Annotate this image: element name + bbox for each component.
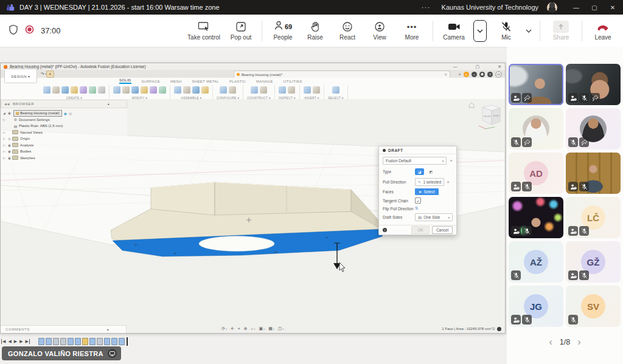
tool-icon[interactable] <box>61 86 69 94</box>
shield-icon[interactable] <box>9 24 18 38</box>
redo-icon[interactable]: ↷▾ <box>41 72 46 77</box>
close-button[interactable]: ✕ <box>604 0 622 15</box>
raise-hand-button[interactable]: Raise <box>301 16 329 46</box>
tool-icon[interactable] <box>141 86 148 94</box>
timeline-feature-icon[interactable] <box>53 338 59 345</box>
help-icon[interactable]: ? <box>487 72 493 77</box>
timeline-feature-icon[interactable] <box>82 338 88 345</box>
participant-video-3[interactable]: ! <box>566 153 621 194</box>
participant-SV[interactable]: SV <box>566 286 621 327</box>
participant-LC[interactable]: LČ ! <box>566 197 621 238</box>
page-next-icon[interactable]: › <box>577 337 580 347</box>
timeline-feature-icon[interactable] <box>46 338 52 345</box>
participant-photo-2[interactable] <box>566 108 621 149</box>
timeline-playback-icon[interactable]: ◀ <box>1 339 5 344</box>
cancel-button[interactable]: Cancel <box>432 226 453 234</box>
grid-settings-icon[interactable]: ▦▾ <box>268 326 274 331</box>
timeline-playback-icon[interactable]: ◀ <box>8 339 11 344</box>
document-tab[interactable]: Bearing Housing (metal)* ✕ <box>234 70 450 78</box>
ribbon-tab-sheet-metal[interactable]: SHEET METAL <box>192 80 219 83</box>
tool-icon[interactable] <box>159 86 166 94</box>
tool-icon[interactable] <box>71 86 78 94</box>
fusion-close-button[interactable]: ✕ <box>498 64 501 69</box>
tool-icon[interactable] <box>304 86 311 94</box>
timeline-feature-icon[interactable] <box>38 338 44 345</box>
sync-icon[interactable]: ◉ <box>64 111 67 115</box>
viewports-icon[interactable]: ◫▾ <box>278 326 284 331</box>
faces-select-button[interactable]: ➤Select <box>415 188 439 195</box>
display-settings-icon[interactable]: ▣▾ <box>259 326 265 331</box>
tool-icon[interactable] <box>192 86 200 94</box>
participant-AZ[interactable]: AŽ <box>509 241 563 283</box>
participant-video-1[interactable]: ! <box>509 64 563 105</box>
flip-direction-icon[interactable]: ⇅ <box>415 206 419 211</box>
clear-selection-icon[interactable]: ✕ <box>447 180 450 184</box>
participant-JG[interactable]: JG ! <box>509 286 563 327</box>
visibility-eye-icon[interactable]: ◉ <box>7 156 12 160</box>
profile-icon[interactable]: • <box>472 72 477 77</box>
timeline-feature-icon[interactable] <box>75 338 81 345</box>
tool-icon[interactable] <box>251 86 258 94</box>
tangent-chain-checkbox[interactable]: ✓ <box>415 197 421 204</box>
comments-bar[interactable]: COMMENTS ● <box>1 325 127 333</box>
browser-root-item[interactable]: ◢◉ Bearing Housing (metal) ◉◎ <box>2 110 127 117</box>
tool-icon[interactable] <box>260 86 267 94</box>
participant-photo-1[interactable] <box>509 108 563 149</box>
preset-dropdown[interactable]: Fusion Default▾ <box>383 157 447 165</box>
dialog-info-icon[interactable]: i <box>383 228 387 232</box>
feedback-icon[interactable] <box>497 327 501 331</box>
notifications-bell-icon[interactable] <box>479 72 485 77</box>
timeline-feature-icon[interactable] <box>60 338 66 345</box>
participant-video-2[interactable]: ! <box>566 64 621 105</box>
pop-out-button[interactable]: Pop out <box>227 16 255 46</box>
page-prev-icon[interactable]: ‹ <box>549 337 552 347</box>
draft-dialog-header[interactable]: DRAFT <box>379 146 456 154</box>
tool-icon[interactable] <box>220 86 227 94</box>
visibility-eye-icon[interactable]: ◉ <box>7 143 12 147</box>
walk-icon[interactable]: ⊕ <box>244 326 248 331</box>
mic-options-chevron[interactable] <box>526 29 532 33</box>
tool-icon[interactable] <box>150 86 157 94</box>
people-button[interactable]: 69 People <box>269 16 297 46</box>
ribbon-tab-utilities[interactable]: UTILITIES <box>284 80 302 83</box>
more-button[interactable]: ••• More <box>398 16 426 46</box>
view-button[interactable]: View <box>366 16 394 46</box>
browser-item[interactable]: ▷◉Sketches <box>2 155 127 162</box>
type-fixed-plane-button[interactable]: ◪ <box>415 168 424 175</box>
pan-icon[interactable]: ✛ <box>231 326 234 331</box>
comment-icon[interactable]: ● <box>106 328 109 331</box>
browser-item[interactable]: ▷⚙Document Settings <box>2 117 127 123</box>
timeline-feature-icon[interactable] <box>119 338 125 345</box>
timeline-feature-icon[interactable] <box>97 338 103 345</box>
collapse-icon[interactable]: ◀◀ <box>4 102 10 106</box>
tool-icon[interactable] <box>279 86 286 94</box>
minimize-button[interactable]: — <box>567 0 585 15</box>
browser-item[interactable]: ▷◉Bodies <box>2 148 127 155</box>
orbit-icon[interactable]: ⟳▾ <box>221 326 227 331</box>
extensions-icon[interactable]: ✦ <box>46 70 54 78</box>
tool-icon[interactable] <box>332 86 339 94</box>
zoom-icon[interactable]: ⌕▾ <box>251 326 256 331</box>
participant-video-4[interactable]: ! <box>509 197 563 238</box>
job-status-icon[interactable]: ↻ <box>464 72 469 77</box>
tool-icon[interactable] <box>80 86 87 94</box>
tool-icon[interactable] <box>52 86 60 94</box>
ribbon-tab-mesh[interactable]: MESH <box>170 80 182 83</box>
participant-AD[interactable]: AD ! <box>509 153 563 194</box>
camera-button[interactable]: Camera <box>440 16 468 46</box>
fusion-restore-button[interactable]: ▢ <box>476 64 480 69</box>
leave-button[interactable]: Leave <box>589 16 617 46</box>
timeline-feature-icon[interactable] <box>68 338 74 345</box>
look-at-icon[interactable]: ⌖ <box>238 326 240 331</box>
timeline-marker[interactable] <box>127 337 128 346</box>
tool-icon[interactable] <box>131 86 139 94</box>
browser-item[interactable]: ▷Named Views <box>2 129 127 136</box>
document-tab-close-icon[interactable]: ✕ <box>444 72 447 77</box>
tool-icon[interactable] <box>313 86 320 94</box>
browser-options-icon[interactable]: ● <box>107 102 110 106</box>
restore-button[interactable]: ▢ <box>585 0 604 15</box>
fusion-minimize-button[interactable]: — <box>453 64 458 69</box>
visibility-eye-icon[interactable]: ◉ <box>7 137 12 140</box>
timeline-feature-icon[interactable] <box>89 338 96 345</box>
account-avatar[interactable]: GV <box>495 71 502 78</box>
